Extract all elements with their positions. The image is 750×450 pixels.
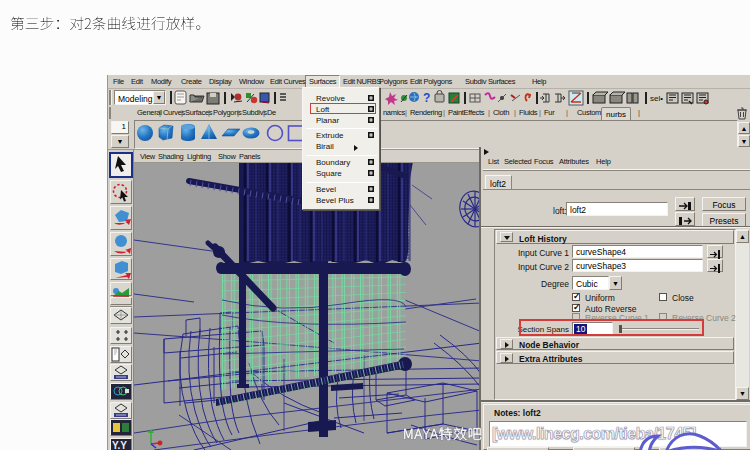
svg-text:Y.Y: Y.Y [112, 440, 127, 450]
svg-text:sel•: sel• [650, 94, 663, 103]
svg-text:?: ? [423, 91, 430, 105]
